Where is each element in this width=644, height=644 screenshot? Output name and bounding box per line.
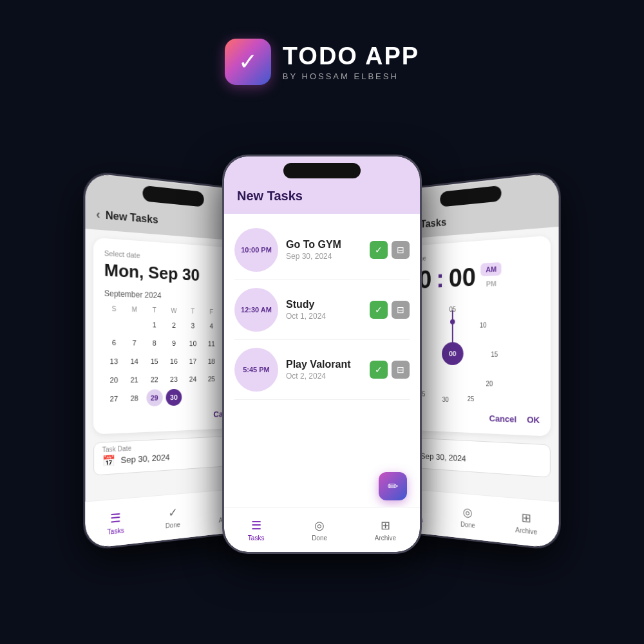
task-delete-btn-1[interactable]: ⊟: [392, 241, 410, 259]
app-header: ✓ TODO APP BY HOSSAM ELBESH: [0, 0, 644, 85]
app-subtitle: BY HOSSAM ELBESH: [283, 71, 419, 81]
cal-day-28[interactable]: 28: [126, 390, 143, 407]
svg-text:05: 05: [450, 305, 456, 313]
side-btn: [222, 253, 223, 279]
cal-day-1[interactable]: 1: [146, 316, 162, 334]
task-info-2: Study Oct 1, 2024: [286, 299, 362, 321]
cancel-button[interactable]: Cancel: [104, 409, 238, 423]
cal-day-20[interactable]: 20: [106, 372, 123, 389]
month-header: September 2024 ›: [104, 289, 238, 303]
time-cancel-button[interactable]: Cancel: [489, 413, 516, 424]
nav-tasks-label: Tasks: [108, 526, 124, 535]
svg-text:15: 15: [491, 350, 498, 358]
svg-text:25: 25: [468, 395, 475, 402]
task-date-3: Oct 2, 2024: [286, 372, 362, 381]
cal-day-17[interactable]: 17: [185, 353, 200, 370]
task-delete-btn-3[interactable]: ⊟: [392, 361, 410, 379]
time-display: 10 : 00 AM PM: [406, 258, 540, 294]
cal-day-f: F: [203, 307, 220, 317]
time-min: 00: [449, 262, 476, 292]
cal-day-14[interactable]: 14: [126, 353, 143, 370]
task-actions-1: ✓ ⊟: [370, 241, 410, 259]
side-btn: [83, 274, 84, 301]
cal-day-7[interactable]: 7: [126, 334, 143, 352]
nav-done-left[interactable]: ✓ Done: [166, 505, 180, 529]
nav-archive-center[interactable]: ⊞ Archive: [375, 518, 396, 542]
cal-empty: [126, 316, 143, 333]
cal-day-23[interactable]: 23: [166, 371, 182, 388]
right-task-date-value: Sep 30, 2024: [421, 451, 466, 463]
cal-empty: [185, 388, 200, 405]
archive-nav-icon: ⊞: [381, 518, 390, 533]
cal-day-t: T: [145, 305, 164, 315]
done-nav-icon: ◎: [314, 518, 325, 533]
center-screen: New Tasks 10:00 PM Go To GYM Sep 30, 202…: [224, 156, 420, 552]
nav-done-right[interactable]: ◎ Done: [460, 504, 475, 529]
phone-center: New Tasks 10:00 PM Go To GYM Sep 30, 202…: [222, 155, 422, 554]
nav-done-center-label: Done: [312, 535, 327, 542]
tasks-icon: ☰: [110, 510, 120, 526]
cal-day-s: S: [104, 303, 124, 314]
cal-day-29[interactable]: 29: [146, 389, 162, 406]
svg-point-14: [450, 319, 455, 325]
task-check-btn-3[interactable]: ✓: [370, 361, 388, 379]
time-ok-button[interactable]: OK: [527, 415, 540, 425]
side-btn: [222, 221, 223, 247]
svg-text:20: 20: [486, 380, 493, 388]
nav-tasks-left[interactable]: ☰ Tasks: [108, 510, 124, 536]
app-title-block: TODO APP BY HOSSAM ELBESH: [283, 43, 419, 81]
cal-day-8[interactable]: 8: [146, 334, 162, 352]
cal-day-m: M: [125, 304, 144, 314]
nav-tasks-center[interactable]: ☰ Tasks: [248, 518, 265, 542]
fab-button[interactable]: ✏: [379, 472, 407, 500]
side-btn: [560, 254, 561, 281]
archive-right-icon: ⊞: [521, 510, 531, 526]
nav-tasks-center-label: Tasks: [248, 535, 265, 542]
cal-day-9[interactable]: 9: [166, 335, 182, 352]
nav-done-center[interactable]: ◎ Done: [312, 518, 327, 542]
task-time-3: 5:45 PM: [234, 348, 278, 392]
cal-day-16[interactable]: 16: [166, 353, 182, 370]
cal-day-27[interactable]: 27: [106, 390, 123, 408]
done-right-icon: ◎: [463, 504, 473, 519]
side-btn: [421, 234, 422, 260]
back-arrow-icon[interactable]: ‹: [96, 207, 100, 222]
nav-archive-right[interactable]: ⊞ Archive: [515, 509, 537, 536]
task-date-value: Sep 30, 2024: [120, 452, 169, 465]
done-icon: ✓: [168, 505, 177, 520]
tasks-nav-icon: ☰: [251, 518, 261, 533]
cal-day-13[interactable]: 13: [106, 352, 123, 370]
cal-day-24[interactable]: 24: [185, 371, 200, 388]
cal-day-4[interactable]: 4: [204, 317, 220, 334]
task-item-1: 10:00 PM Go To GYM Sep 30, 2024 ✓ ⊟: [234, 220, 410, 280]
task-actions-2: ✓ ⊟: [370, 301, 410, 319]
task-name-3: Play Valorant: [286, 359, 362, 370]
task-check-btn-1[interactable]: ✓: [370, 241, 388, 259]
task-check-btn-2[interactable]: ✓: [370, 301, 388, 319]
ampm-toggle: AM PM: [481, 262, 502, 290]
cal-day-2[interactable]: 2: [166, 317, 182, 334]
cal-day-3[interactable]: 3: [185, 317, 200, 334]
cal-day-30[interactable]: 30: [166, 389, 182, 406]
cal-day-21[interactable]: 21: [126, 371, 143, 388]
cal-day-22[interactable]: 22: [146, 371, 162, 388]
task-info-3: Play Valorant Oct 2, 2024: [286, 359, 362, 381]
cal-day-15[interactable]: 15: [146, 353, 162, 370]
task-time-1: 10:00 PM: [234, 228, 278, 272]
cal-empty: [204, 388, 220, 405]
app-title: TODO APP: [283, 43, 419, 70]
cal-day-25[interactable]: 25: [204, 371, 220, 388]
task-delete-btn-2[interactable]: ⊟: [392, 301, 410, 319]
cal-day-11[interactable]: 11: [204, 336, 220, 352]
pm-button[interactable]: PM: [481, 276, 502, 290]
nav-done-label: Done: [166, 521, 180, 529]
cal-empty: [106, 315, 123, 333]
svg-text:30: 30: [442, 396, 449, 404]
cal-day-10[interactable]: 10: [185, 335, 200, 352]
cal-day-6[interactable]: 6: [106, 334, 123, 351]
svg-text:00: 00: [449, 350, 457, 357]
am-button[interactable]: AM: [481, 262, 502, 276]
cal-grid: S M T W T F S 1 2 3 4 5 6: [104, 303, 238, 408]
cal-day-18[interactable]: 18: [204, 353, 220, 370]
cal-day-th: T: [184, 307, 202, 317]
